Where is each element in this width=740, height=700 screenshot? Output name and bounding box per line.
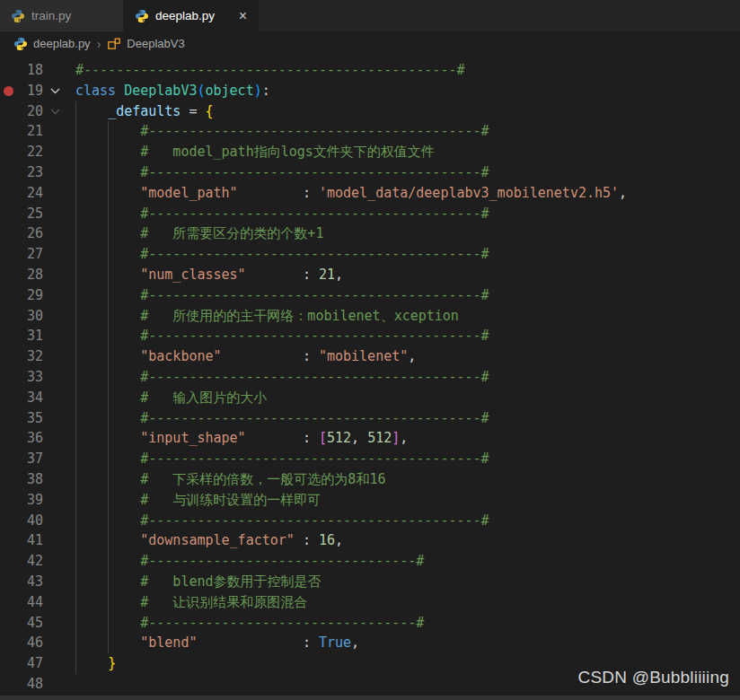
code-text[interactable] [66,674,75,695]
gutter[interactable] [0,346,18,367]
fold-gutter [43,653,66,674]
code-line: 24 "model_path" : 'model_data/deeplabv3_… [0,183,740,204]
line-number: 31 [18,326,43,346]
gutter[interactable] [0,285,18,306]
code-text[interactable]: # blend参数用于控制是否 [66,572,322,592]
line-number: 42 [18,551,43,572]
gutter[interactable] [0,633,18,653]
code-line: 22 # model_path指向logs文件夹下的权值文件 [0,142,740,162]
gutter[interactable] [0,367,18,388]
line-number: 28 [18,265,43,285]
chevron-right-icon: › [97,37,101,51]
code-text[interactable]: # 所需要区分的类的个数+1 [66,223,323,244]
fold-gutter [43,244,66,265]
fold-gutter [43,183,66,204]
gutter[interactable] [0,408,18,429]
code-line: 37 #------------------------------------… [0,449,740,469]
code-line: 40 #------------------------------------… [0,511,740,531]
gutter[interactable] [0,306,18,327]
chevron-down-icon[interactable] [43,101,66,122]
code-text[interactable]: "blend" : True, [66,633,359,653]
gutter[interactable] [0,592,18,613]
code-text[interactable]: # 输入图片的大小 [66,388,267,408]
code-text[interactable]: #---------------------------------------… [66,511,489,531]
code-line: 23 #------------------------------------… [0,162,740,183]
line-number: 26 [18,223,43,244]
code-text[interactable]: #---------------------------------------… [66,204,489,224]
gutter[interactable] [0,60,18,81]
indent-guide [75,101,76,674]
code-text[interactable]: #---------------------------------------… [66,162,489,183]
code-text[interactable]: #---------------------------------------… [66,367,489,388]
breakpoint-gutter[interactable] [0,81,18,101]
gutter[interactable] [0,490,18,511]
fold-gutter [43,60,66,81]
code-text[interactable]: # 与训练时设置的一样即可 [66,490,321,511]
code-text[interactable]: #---------------------------------------… [66,244,489,265]
gutter[interactable] [0,572,18,592]
code-text[interactable]: #---------------------------------------… [66,408,489,429]
code-text[interactable]: class DeeplabV3(object): [66,81,270,101]
code-text[interactable]: # model_path指向logs文件夹下的权值文件 [66,142,435,162]
breakpoint-icon[interactable] [4,86,13,96]
fold-gutter [43,408,66,429]
code-text[interactable]: #---------------------------------------… [66,326,489,346]
gutter[interactable] [0,653,18,674]
fold-gutter [43,530,66,551]
code-text[interactable]: #---------------------------------------… [66,121,489,142]
fold-gutter [43,469,66,490]
gutter[interactable] [0,428,18,449]
tab-label: train.py [31,9,71,22]
code-text[interactable]: _defaults = { [66,101,214,122]
code-line: 29 #------------------------------------… [0,285,740,306]
gutter[interactable] [0,388,18,408]
close-icon[interactable]: × [239,9,247,23]
code-text[interactable]: #---------------------------------------… [66,285,489,306]
code-text[interactable]: #---------------------------------------… [66,60,464,81]
tab-deeplab-py[interactable]: deeplab.py × [124,0,259,31]
gutter[interactable] [0,244,18,265]
gutter[interactable] [0,326,18,346]
symbol-class-icon [107,37,121,51]
gutter[interactable] [0,142,18,162]
fold-gutter [43,388,66,408]
breadcrumb-symbol[interactable]: DeeplabV3 [127,37,184,50]
fold-gutter [43,674,66,695]
gutter[interactable] [0,183,18,204]
gutter[interactable] [0,469,18,490]
gutter[interactable] [0,265,18,285]
fold-gutter [43,346,66,367]
gutter[interactable] [0,101,18,122]
code-text[interactable]: #---------------------------------------… [66,449,489,469]
code-text[interactable]: "backbone" : "mobilenet", [66,346,416,367]
gutter[interactable] [0,530,18,551]
gutter[interactable] [0,674,18,695]
code-line: 44 # 让识别结果和原图混合 [0,592,740,613]
gutter[interactable] [0,223,18,244]
tab-train-py[interactable]: train.py [0,0,124,31]
code-text[interactable]: # 所使用的的主干网络：mobilenet、xception [66,306,459,327]
line-number: 40 [18,511,43,531]
breadcrumb-file[interactable]: deeplab.py [33,37,91,50]
code-text[interactable]: } [66,653,116,674]
breadcrumb: deeplab.py › DeeplabV3 [0,31,740,56]
line-number: 36 [18,428,43,449]
gutter[interactable] [0,162,18,183]
gutter[interactable] [0,449,18,469]
gutter[interactable] [0,613,18,634]
gutter[interactable] [0,121,18,142]
fold-gutter [43,142,66,162]
code-text[interactable]: # 让识别结果和原图混合 [66,592,307,613]
gutter[interactable] [0,204,18,224]
gutter[interactable] [0,551,18,572]
gutter[interactable] [0,511,18,531]
code-text[interactable]: #---------------------------------# [66,551,424,572]
line-number: 39 [18,490,43,511]
code-text[interactable]: # 下采样的倍数，一般可选的为8和16 [66,469,385,490]
code-text[interactable]: "model_path" : 'model_data/deeplabv3_mob… [66,183,627,204]
code-editor[interactable]: 18#-------------------------------------… [0,56,740,700]
code-line: 26 # 所需要区分的类的个数+1 [0,223,740,244]
chevron-down-icon[interactable] [43,81,66,101]
code-text[interactable]: #---------------------------------# [66,613,424,634]
code-text[interactable]: "input_shape" : [512, 512], [66,428,408,449]
